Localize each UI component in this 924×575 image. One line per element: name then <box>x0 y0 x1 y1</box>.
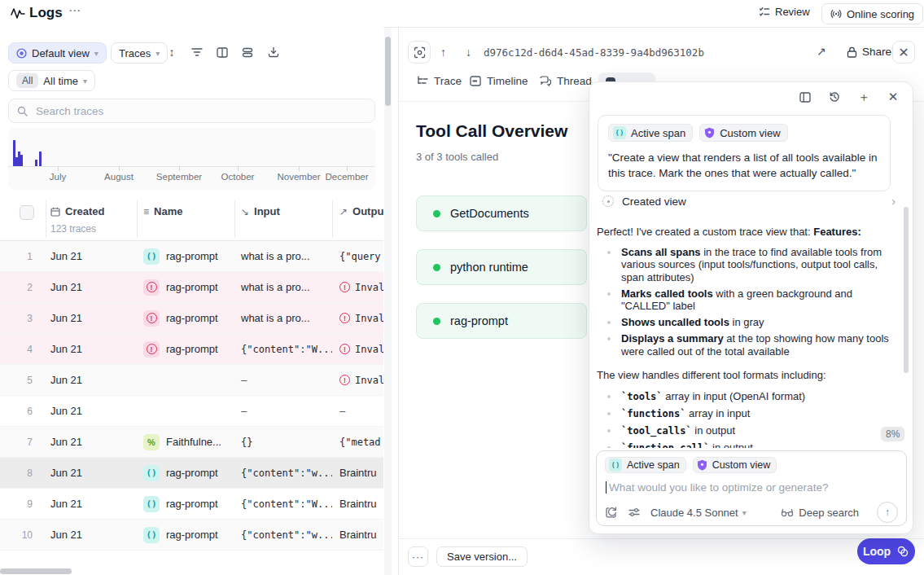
row-created: Jun 21 <box>33 343 137 355</box>
close-panel-button[interactable]: ✕ <box>892 41 915 64</box>
filter-icon[interactable] <box>190 45 204 59</box>
deep-search-toggle[interactable]: Deep search <box>781 507 859 519</box>
row-created: Jun 21 <box>33 281 137 293</box>
error-icon: ! <box>339 282 350 292</box>
time-range-dropdown[interactable]: All All time ▾ <box>8 70 95 91</box>
traces-dropdown[interactable]: Traces ▾ <box>111 42 168 64</box>
created-view-status-icon <box>602 195 614 207</box>
tab-thread[interactable]: Thread <box>540 75 592 87</box>
axis-tick <box>119 166 120 171</box>
prompt-composer[interactable]: ()Active spanCustom view Claude 4.5 Sonn… <box>596 450 907 526</box>
assistant-scrollbar-thumb[interactable] <box>904 207 909 373</box>
format-bullet: `function_call` in output <box>597 441 900 448</box>
custom-view-badge[interactable]: Custom view <box>699 124 787 142</box>
more-options-button[interactable]: ··· <box>408 546 428 567</box>
trace-id[interactable]: d976c12d-d6d4-45ad-8339-9a4bd963102b <box>484 46 704 59</box>
rows-layout-icon[interactable] <box>240 45 255 59</box>
tab-timeline[interactable]: Timeline <box>470 75 528 87</box>
waveform-logo-icon <box>11 7 25 20</box>
active-span-badge[interactable]: ()Active span <box>605 457 686 473</box>
column-header-output[interactable]: ↗ Output <box>339 205 383 217</box>
table-row[interactable]: 2Jun 21!rag-promptwhat is a pro...!Inval <box>0 272 383 303</box>
search-traces-box[interactable] <box>8 99 375 123</box>
column-header-name[interactable]: ≡ Name <box>143 205 182 217</box>
close-assistant-icon[interactable]: ✕ <box>887 90 900 103</box>
side-panel-icon[interactable] <box>799 90 812 103</box>
axis-tick <box>299 166 300 171</box>
table-row[interactable]: 6Jun 21–– <box>0 396 383 427</box>
row-index: 4 <box>0 344 33 355</box>
row-created: Jun 21 <box>33 498 137 510</box>
open-in-new-icon[interactable]: ↗ <box>817 45 826 58</box>
badge-label: Custom view <box>720 127 780 139</box>
function-icon: () <box>609 459 622 472</box>
default-view-dropdown[interactable]: Default view ▾ <box>8 42 107 64</box>
online-scoring-button[interactable]: Online scoring <box>821 3 923 24</box>
trace-tree-icon <box>417 76 428 86</box>
new-chat-plus-icon[interactable]: ＋ <box>857 90 870 103</box>
function-icon: () <box>143 465 160 481</box>
save-version-button[interactable]: Save version... <box>436 546 528 567</box>
trace-volume-histogram[interactable]: JulyAugustSeptemberOctoberNovemberDecemb… <box>8 128 375 190</box>
row-input: – <box>234 405 332 417</box>
timeline-icon <box>470 76 481 86</box>
row-created: Jun 21 <box>33 529 137 541</box>
row-height-icon[interactable]: ↕ <box>164 45 179 59</box>
table-horizontal-scroll-thumb[interactable] <box>0 568 72 574</box>
column-header-input[interactable]: ↘ Input <box>241 205 280 217</box>
all-time-label: All time <box>43 75 78 87</box>
arrow-in-icon: ↘ <box>241 206 249 217</box>
row-input: {"content":"w... <box>234 529 332 541</box>
table-row[interactable]: 5Jun 21–!Inval <box>0 365 383 396</box>
chevron-down-icon: ▾ <box>94 49 99 58</box>
select-all-checkbox[interactable] <box>20 205 34 220</box>
row-output-text: {"metad <box>339 437 381 448</box>
top-bar: Logs ⋯ Review Online scoring <box>0 0 924 28</box>
row-index: 10 <box>0 529 33 541</box>
share-button[interactable]: Share <box>847 46 891 58</box>
table-row[interactable]: 8Jun 21()rag-prompt{"content":"w...Brain… <box>0 458 383 489</box>
column-header-created[interactable]: Created <box>50 205 104 217</box>
column-divider <box>234 200 235 238</box>
table-row[interactable]: 9Jun 21()rag-prompt{"content":"W...Brain… <box>0 489 383 520</box>
tool-called-card: rag-prompt <box>416 303 587 339</box>
history-rotate-icon[interactable] <box>605 506 618 519</box>
composer-input[interactable] <box>607 481 896 494</box>
table-row[interactable]: 7Jun 21%Faithfulne...{}{"metad <box>0 427 383 458</box>
histogram-bar <box>39 151 42 166</box>
row-input: what is a pro... <box>234 281 332 293</box>
row-name-text: rag-prompt <box>166 281 218 293</box>
row-name: ()rag-prompt <box>137 465 234 481</box>
prev-trace-arrow-up[interactable]: ↑ <box>440 46 446 59</box>
table-row[interactable]: 3Jun 21!rag-promptwhat is a pro...!Inval <box>0 303 383 334</box>
download-icon[interactable] <box>266 45 281 59</box>
review-button[interactable]: Review <box>759 6 810 18</box>
formats-intro: The view handles different tool formats … <box>597 369 900 382</box>
history-icon[interactable] <box>828 90 841 103</box>
model-selector[interactable]: Claude 4.5 Sonnet ▾ <box>650 507 747 519</box>
send-button[interactable]: ↑ <box>877 502 898 523</box>
chevron-right-icon: › <box>891 195 896 208</box>
settings-sliders-icon[interactable] <box>628 506 641 519</box>
custom-view-badge[interactable]: Custom view <box>693 457 777 473</box>
table-row[interactable]: 1Jun 21()rag-promptwhat is a pro...{"que… <box>0 241 383 272</box>
table-row[interactable]: 4Jun 21!rag-prompt{"content":"W...!Inval <box>0 334 383 365</box>
page-menu-dots[interactable]: ⋯ <box>68 3 81 18</box>
active-span-badge[interactable]: ()Active span <box>608 124 693 142</box>
footer-divider <box>399 538 924 539</box>
left-panel-scroll-thumb[interactable] <box>385 37 391 106</box>
all-filter-chip[interactable]: All <box>16 73 38 88</box>
created-view-row[interactable]: Created view › <box>602 195 896 208</box>
loop-button[interactable]: Loop <box>857 538 915 564</box>
tab-trace[interactable]: Trace <box>417 75 462 87</box>
row-output: Braintru <box>332 498 383 510</box>
row-output: – <box>332 405 383 417</box>
row-input: – <box>234 374 332 386</box>
focus-scan-button[interactable] <box>408 41 431 64</box>
row-name-text: rag-prompt <box>166 250 218 262</box>
search-input[interactable] <box>34 104 366 118</box>
share-label: Share <box>862 46 891 58</box>
next-trace-arrow-down[interactable]: ↓ <box>466 46 471 59</box>
columns-layout-icon[interactable] <box>215 45 230 59</box>
table-row[interactable]: 10Jun 21()rag-prompt{"content":"w...Brai… <box>0 520 383 551</box>
